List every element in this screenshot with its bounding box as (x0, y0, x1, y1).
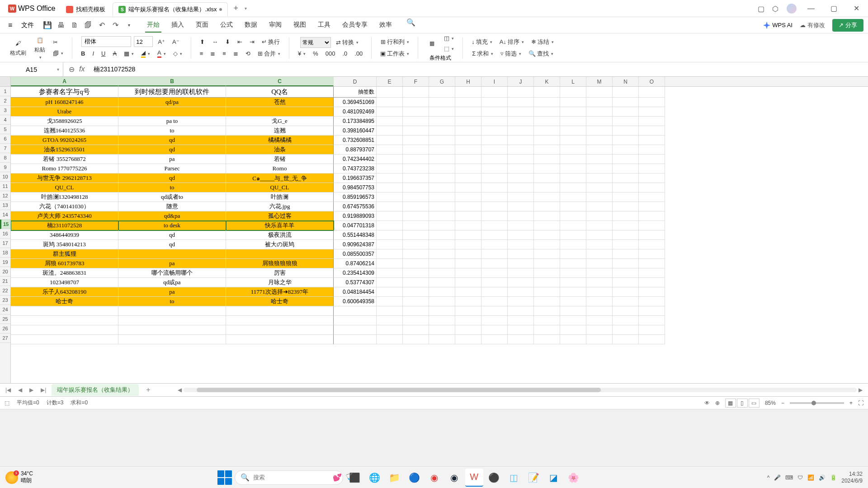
eye-icon[interactable]: 👁 (704, 400, 710, 406)
chevron-down-icon[interactable]: ▾ (124, 21, 133, 30)
decrease-indent-button[interactable]: ⇤ (235, 37, 245, 47)
justify-button[interactable]: ≣ (231, 49, 241, 58)
cell[interactable] (534, 325, 560, 335)
cell[interactable] (639, 174, 665, 183)
cell[interactable] (560, 145, 586, 155)
cell[interactable] (455, 211, 481, 221)
cell[interactable]: Parsec (118, 164, 226, 174)
cell[interactable] (455, 297, 481, 306)
cell[interactable]: QU_CL (226, 183, 334, 192)
cell[interactable] (429, 183, 455, 192)
cell[interactable] (118, 249, 226, 259)
find-button[interactable]: 🔍 查找▾ (526, 48, 556, 59)
cell[interactable] (403, 287, 429, 297)
new-tab-button[interactable]: + (229, 4, 243, 13)
cell[interactable] (508, 230, 534, 240)
cloud-status[interactable]: ☁ 有修改 (800, 21, 825, 29)
cell[interactable] (586, 335, 613, 344)
cell[interactable] (481, 316, 508, 325)
cell[interactable] (508, 126, 534, 136)
cell[interactable] (586, 87, 613, 98)
row-head-20[interactable]: 20 (0, 267, 10, 277)
cell[interactable]: 0.859196573 (334, 192, 377, 202)
cell[interactable] (226, 306, 334, 316)
cell[interactable] (560, 155, 586, 164)
cell[interactable] (377, 164, 403, 174)
cell[interactable] (334, 306, 377, 316)
cell[interactable]: to desk (118, 221, 226, 230)
row-head-13[interactable]: 13 (0, 201, 10, 210)
cell[interactable] (534, 202, 560, 211)
cell[interactable] (639, 306, 665, 316)
tab-efficiency[interactable]: 效率 (377, 18, 394, 33)
cell[interactable]: 六花（740141030） (11, 202, 118, 211)
cell[interactable] (481, 117, 508, 126)
cell[interactable]: 0.085500357 (334, 249, 377, 259)
col-head-F[interactable]: F (403, 77, 429, 86)
increase-font-button[interactable]: A⁺ (156, 37, 167, 47)
cell[interactable] (403, 174, 429, 183)
explorer-icon[interactable]: 📁 (386, 469, 404, 487)
cell[interactable] (586, 278, 613, 287)
cell[interactable] (534, 278, 560, 287)
cell[interactable] (534, 145, 560, 155)
cell[interactable] (586, 107, 613, 117)
cell[interactable]: to (118, 297, 226, 306)
cell[interactable] (508, 183, 534, 192)
horizontal-scrollbar[interactable]: ◀ ▶ (176, 386, 864, 394)
col-head-E[interactable]: E (377, 77, 403, 86)
cell[interactable] (613, 145, 639, 155)
cell[interactable]: 极夜洪流 (226, 230, 334, 240)
cell[interactable] (455, 174, 481, 183)
cell[interactable] (534, 287, 560, 297)
cell[interactable] (534, 240, 560, 249)
cell[interactable]: qd (118, 230, 226, 240)
cell[interactable] (403, 221, 429, 230)
undo-icon[interactable]: ↶ (97, 21, 106, 30)
row-head-7[interactable]: 7 (0, 144, 10, 153)
align-right-button[interactable]: ≡ (220, 49, 228, 58)
cell[interactable] (613, 117, 639, 126)
cell[interactable] (377, 136, 403, 145)
cell[interactable] (377, 278, 403, 287)
row-head-17[interactable]: 17 (0, 239, 10, 248)
font-color-button[interactable]: A▾ (155, 48, 168, 59)
row-head-1[interactable]: 1 (0, 87, 10, 96)
cell[interactable]: 0.88793707 (334, 145, 377, 155)
cell[interactable] (534, 297, 560, 306)
cell[interactable] (639, 87, 665, 98)
cell[interactable]: 0.551448348 (334, 230, 377, 240)
cell[interactable]: 0.742344402 (334, 155, 377, 164)
redo-icon[interactable]: ↷ (111, 21, 120, 30)
cell[interactable] (613, 325, 639, 335)
underline-button[interactable]: U (99, 49, 108, 58)
cell[interactable] (560, 136, 586, 145)
cell[interactable]: 参赛者名字与q号 (11, 87, 118, 98)
cell[interactable] (508, 249, 534, 259)
cell[interactable] (455, 278, 481, 287)
cell[interactable]: 哈士奇 (226, 297, 334, 306)
cell[interactable] (613, 87, 639, 98)
cell[interactable] (508, 98, 534, 107)
tab-review[interactable]: 审阅 (267, 18, 283, 33)
search-icon[interactable]: 🔍 (406, 18, 415, 33)
align-left-button[interactable]: ≡ (198, 49, 206, 58)
cell[interactable] (586, 183, 613, 192)
cell[interactable] (586, 316, 613, 325)
cell[interactable] (508, 259, 534, 268)
cell[interactable] (639, 259, 665, 268)
cell[interactable] (639, 230, 665, 240)
app-icon-2[interactable]: ◪ (545, 469, 563, 487)
cell[interactable]: qd&pa (118, 211, 226, 221)
cell[interactable] (534, 174, 560, 183)
cell[interactable] (613, 287, 639, 297)
cell[interactable] (377, 316, 403, 325)
cell[interactable] (586, 287, 613, 297)
cell[interactable] (455, 98, 481, 107)
cell[interactable] (639, 240, 665, 249)
app-icon-3[interactable]: 🌸 (565, 469, 583, 487)
cell[interactable] (403, 126, 429, 136)
cell[interactable]: 卢关大师 2435743340 (11, 211, 118, 221)
cell[interactable] (560, 164, 586, 174)
cell[interactable] (639, 316, 665, 325)
